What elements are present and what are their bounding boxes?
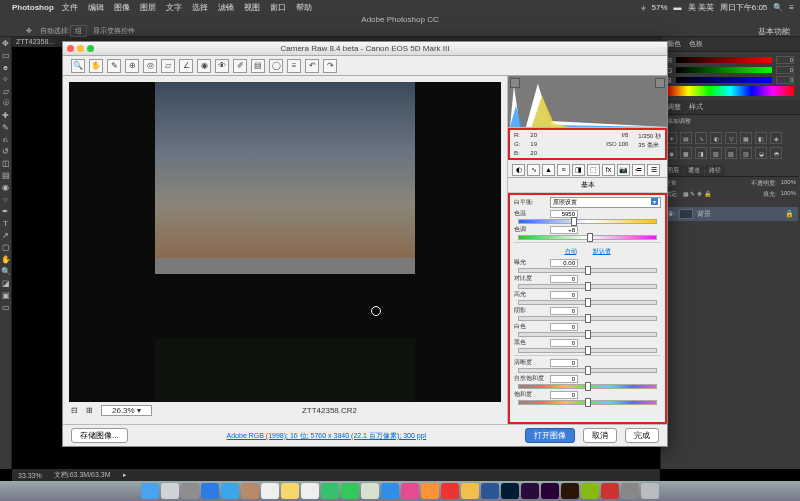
dock-word[interactable] — [481, 483, 499, 499]
cr-rotate-ccw[interactable]: ↶ — [305, 59, 319, 73]
cr-zoom-in-icon[interactable]: ⊞ — [86, 406, 93, 415]
cr-rotate-cw[interactable]: ↷ — [323, 59, 337, 73]
layer-background[interactable]: 👁 背景 🔒 — [663, 207, 798, 221]
zoom-tool[interactable]: 🔍 — [0, 265, 11, 277]
dock-finder[interactable] — [141, 483, 159, 499]
auto-link[interactable]: 自动 — [565, 247, 577, 256]
cr-prefs[interactable]: ≡ — [287, 59, 301, 73]
tab-styles[interactable]: 样式 — [689, 103, 703, 110]
default-link[interactable]: 默认值 — [593, 247, 611, 256]
menu-file[interactable]: 文件 — [62, 2, 78, 13]
blacks-value[interactable]: 0 — [550, 339, 578, 347]
highlights-value[interactable]: 0 — [550, 291, 578, 299]
tab-adjust[interactable]: 调整 — [667, 103, 681, 110]
clarity-value[interactable]: 0 — [550, 359, 578, 367]
dodge-tool[interactable]: ○ — [0, 193, 11, 205]
eyedropper-tool[interactable]: ⦾ — [0, 97, 11, 109]
dock-app3[interactable] — [621, 483, 639, 499]
pen-tool[interactable]: ✒ — [0, 205, 11, 217]
history-brush-tool[interactable]: ↺ — [0, 145, 11, 157]
menu-type[interactable]: 文字 — [166, 2, 182, 13]
fill-value[interactable]: 100% — [781, 190, 796, 199]
menu-layer[interactable]: 图层 — [140, 2, 156, 13]
cr-spot-tool[interactable]: ◉ — [197, 59, 211, 73]
adj-posterize-icon[interactable]: ▧ — [710, 147, 722, 159]
vibrance-slider[interactable] — [518, 384, 657, 389]
adj-selective-icon[interactable]: ◒ — [755, 147, 767, 159]
cr-zoom-out-icon[interactable]: ⊟ — [71, 406, 78, 415]
cr-tab-detail-icon[interactable]: ▲ — [542, 164, 555, 176]
r-slider[interactable] — [676, 57, 772, 63]
quickmask-toggle[interactable]: ▣ — [0, 289, 11, 301]
cr-tab-basic-icon[interactable]: ◐ — [512, 164, 525, 176]
dock-safari[interactable] — [201, 483, 219, 499]
blacks-slider[interactable] — [518, 348, 657, 353]
whites-slider[interactable] — [518, 332, 657, 337]
wifi-icon[interactable]: ⏚ — [641, 3, 646, 12]
dock-messages[interactable] — [321, 483, 339, 499]
cr-tab-fx-icon[interactable]: fx — [602, 164, 615, 176]
cr-crop-tool[interactable]: ▱ — [161, 59, 175, 73]
dock-photoshop[interactable] — [501, 483, 519, 499]
status-zoom[interactable]: 33.33% — [18, 472, 42, 479]
menu-image[interactable]: 图像 — [114, 2, 130, 13]
dock-premiere[interactable] — [541, 483, 559, 499]
dock-mail[interactable] — [221, 483, 239, 499]
stamp-tool[interactable]: ⎌ — [0, 133, 11, 145]
b-slider[interactable] — [676, 77, 772, 83]
gradient-tool[interactable]: ▤ — [0, 169, 11, 181]
tint-value[interactable]: +8 — [550, 226, 578, 234]
spectrum-bar[interactable] — [667, 86, 794, 96]
adj-levels-icon[interactable]: ▤ — [680, 132, 692, 144]
flag-icon[interactable]: ▬ — [674, 3, 682, 12]
b-value[interactable]: 0 — [776, 76, 794, 84]
brush-tool[interactable]: ✎ — [0, 121, 11, 133]
dock-bridge[interactable] — [561, 483, 579, 499]
crop-tool[interactable]: ▱ — [0, 85, 11, 97]
blur-tool[interactable]: ◉ — [0, 181, 11, 193]
contrast-value[interactable]: 0 — [550, 275, 578, 283]
adj-photo-filter-icon[interactable]: ◈ — [770, 132, 782, 144]
menu-window[interactable]: 窗口 — [270, 2, 286, 13]
adj-lookup-icon[interactable]: ▩ — [680, 147, 692, 159]
g-slider[interactable] — [676, 67, 772, 73]
adj-bw-icon[interactable]: ◧ — [755, 132, 767, 144]
highlights-slider[interactable] — [518, 300, 657, 305]
workflow-link[interactable]: Adobe RGB (1998); 16 位; 5760 x 3840 (22.… — [227, 431, 427, 441]
workspace-button[interactable]: 基本功能 — [758, 26, 790, 37]
adj-exposure-icon[interactable]: ◐ — [710, 132, 722, 144]
cr-grad-filter[interactable]: ▤ — [251, 59, 265, 73]
status-arrow-icon[interactable]: ▸ — [123, 471, 127, 479]
saturation-slider[interactable] — [518, 400, 657, 405]
menu-edit[interactable]: 编辑 — [88, 2, 104, 13]
type-tool[interactable]: T — [0, 217, 11, 229]
cr-adjust-brush[interactable]: ✐ — [233, 59, 247, 73]
wand-tool[interactable]: ✧ — [0, 73, 11, 85]
cr-straighten-tool[interactable]: ∠ — [179, 59, 193, 73]
dock-contacts[interactable] — [241, 483, 259, 499]
cancel-button[interactable]: 取消 — [583, 428, 617, 443]
adj-vibrance-icon[interactable]: ▽ — [725, 132, 737, 144]
lock-icon[interactable]: 🔒 — [785, 210, 794, 218]
dock-qq[interactable] — [441, 483, 459, 499]
cr-tab-presets-icon[interactable]: ≔ — [632, 164, 645, 176]
shadow-clip-icon[interactable] — [510, 78, 520, 88]
zoom-icon[interactable] — [87, 45, 94, 52]
tab-color[interactable]: 颜色 — [667, 40, 681, 47]
screenmode-toggle[interactable]: ▭ — [0, 301, 11, 313]
clarity-slider[interactable] — [518, 368, 657, 373]
visibility-icon[interactable]: 👁 — [667, 210, 675, 219]
cr-sampler-tool[interactable]: ⊕ — [125, 59, 139, 73]
dock-itunes[interactable] — [401, 483, 419, 499]
cr-zoom-dropdown[interactable]: 26.3% ▾ — [101, 405, 152, 416]
dock-launchpad[interactable] — [161, 483, 179, 499]
adj-colormap-icon[interactable]: ◓ — [770, 147, 782, 159]
menu-help[interactable]: 帮助 — [296, 2, 312, 13]
menu-view[interactable]: 视图 — [244, 2, 260, 13]
cr-titlebar[interactable]: Camera Raw 8.4 beta - Canon EOS 5D Mark … — [63, 42, 667, 56]
saturation-value[interactable]: 0 — [550, 391, 578, 399]
path-tool[interactable]: ↗ — [0, 229, 11, 241]
tab-channels[interactable]: 通道 — [684, 165, 704, 176]
dock-app1[interactable] — [581, 483, 599, 499]
adj-curves-icon[interactable]: ∿ — [695, 132, 707, 144]
